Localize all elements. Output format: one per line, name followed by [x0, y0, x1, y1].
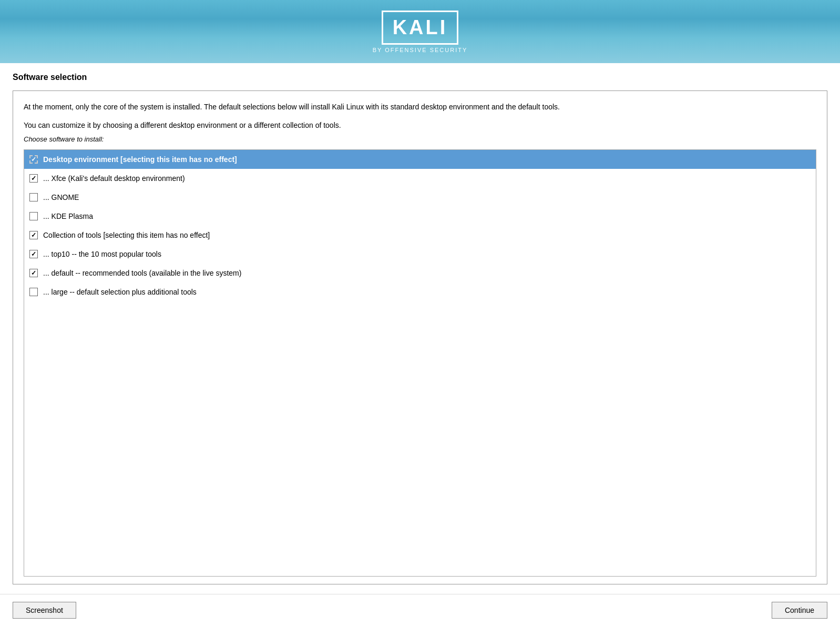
checkbox-large[interactable] — [29, 288, 38, 296]
list-item[interactable]: ... top10 -- the 10 most popular tools — [24, 245, 816, 264]
item-label-tools-header: Collection of tools [selecting this item… — [43, 231, 210, 239]
checkbox-top10[interactable] — [29, 250, 38, 258]
checkbox-tools-header[interactable] — [29, 231, 38, 239]
main-content: Software selection At the moment, only t… — [0, 63, 840, 594]
list-item[interactable]: ... default -- recommended tools (availa… — [24, 264, 816, 282]
checkbox-default-tools[interactable] — [29, 269, 38, 277]
item-label-kde-plasma: ... KDE Plasma — [43, 212, 93, 220]
header: KALI BY OFFENSIVE SECURITY — [0, 0, 840, 63]
item-label-gnome: ... GNOME — [43, 193, 79, 201]
checkbox-xfce[interactable] — [29, 174, 38, 183]
item-label-xfce: ... Xfce (Kali's default desktop environ… — [43, 174, 185, 183]
continue-button[interactable]: Continue — [772, 602, 827, 619]
kali-logo: KALI BY OFFENSIVE SECURITY — [373, 11, 468, 53]
kali-logo-subtitle: BY OFFENSIVE SECURITY — [373, 47, 468, 53]
checkbox-desktop-env-header[interactable] — [29, 155, 38, 164]
list-item[interactable]: ... Xfce (Kali's default desktop environ… — [24, 169, 816, 188]
screenshot-button[interactable]: Screenshot — [13, 602, 76, 619]
kali-logo-text: KALI — [382, 11, 459, 45]
list-item[interactable]: ... KDE Plasma — [24, 207, 816, 226]
list-item[interactable]: Desktop environment [selecting this item… — [24, 150, 816, 169]
item-label-default-tools: ... default -- recommended tools (availa… — [43, 269, 241, 277]
description-line1: At the moment, only the core of the syst… — [24, 102, 816, 113]
software-list: Desktop environment [selecting this item… — [24, 149, 816, 577]
checkbox-kde-plasma[interactable] — [29, 212, 38, 220]
description-box: At the moment, only the core of the syst… — [13, 90, 827, 584]
choose-label: Choose software to install: — [24, 135, 816, 143]
list-item[interactable]: ... GNOME — [24, 188, 816, 207]
list-item[interactable]: Collection of tools [selecting this item… — [24, 226, 816, 245]
description-line2: You can customize it by choosing a diffe… — [24, 120, 816, 131]
item-label-top10: ... top10 -- the 10 most popular tools — [43, 250, 161, 258]
list-item[interactable]: ... large -- default selection plus addi… — [24, 282, 816, 301]
item-label-large: ... large -- default selection plus addi… — [43, 288, 197, 296]
checkbox-gnome[interactable] — [29, 193, 38, 201]
page-title: Software selection — [13, 73, 827, 82]
footer: Screenshot Continue — [0, 594, 840, 626]
item-label-desktop-env-header: Desktop environment [selecting this item… — [43, 155, 237, 164]
